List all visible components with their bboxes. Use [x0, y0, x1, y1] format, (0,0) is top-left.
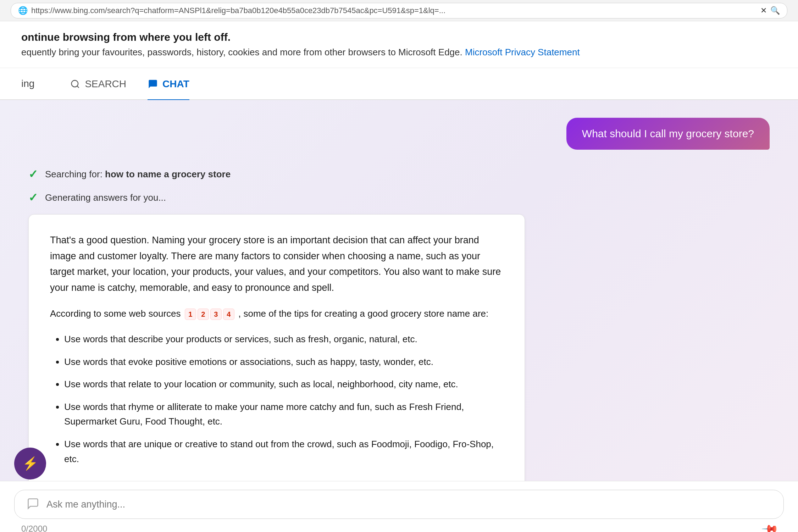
chat-tab-icon: [148, 79, 158, 89]
search-icon[interactable]: 🔍: [770, 6, 780, 15]
source-badges[interactable]: 1 2 3 4: [185, 309, 234, 320]
page-icon: 🌐: [18, 6, 28, 15]
pin-icon[interactable]: 📌: [761, 520, 779, 532]
input-bar-container: 0/2000 📌: [0, 481, 798, 532]
status-generating: ✓ Generating answers for you...: [28, 191, 770, 204]
search-tab-label: SEARCH: [85, 78, 126, 90]
close-icon[interactable]: ✕: [760, 6, 767, 15]
avatar-button[interactable]: ⚡: [14, 448, 46, 480]
message-icon: [27, 497, 39, 511]
list-item: Use words that relate to your location o…: [64, 377, 503, 392]
bing-logo-partial: ing: [21, 78, 34, 89]
list-item: Use words that rhyme or alliterate to ma…: [64, 400, 503, 429]
input-bar: [14, 490, 784, 519]
tab-chat[interactable]: CHAT: [148, 68, 189, 100]
chat-container: What should I call my grocery store? ✓ S…: [0, 100, 798, 532]
browser-bar: 🌐 https://www.bing.com/search?q=chatform…: [0, 0, 798, 21]
list-item: Use words that evoke positive emotions o…: [64, 355, 503, 370]
source-badge-4[interactable]: 4: [223, 309, 234, 320]
check-icon-search: ✓: [28, 167, 38, 181]
notification-banner: ontinue browsing from where you left off…: [0, 21, 798, 68]
check-icon-generate: ✓: [28, 191, 38, 204]
nav-tabs: ing SEARCH CHAT: [0, 68, 798, 100]
chat-messages: What should I call my grocery store? ✓ S…: [0, 100, 798, 532]
source-line: According to some web sources 1 2 3 4 , …: [50, 306, 503, 321]
source-badge-2[interactable]: 2: [198, 309, 209, 320]
chat-input[interactable]: [46, 499, 771, 510]
list-item: Use words that describe your products or…: [64, 332, 503, 347]
char-count-text: 0/2000: [21, 524, 47, 532]
ai-intro-text: That's a good question. Naming your groc…: [50, 232, 503, 295]
chat-tab-label: CHAT: [162, 78, 189, 90]
avatar-icon: ⚡: [22, 456, 38, 471]
status-searching: ✓ Searching for: how to name a grocery s…: [28, 167, 770, 181]
notification-desc: equently bring your favourites, password…: [21, 47, 777, 58]
search-tab-icon: [70, 79, 81, 89]
notification-title: ontinue browsing from where you left off…: [21, 31, 777, 43]
tab-search[interactable]: SEARCH: [70, 68, 126, 100]
url-bar[interactable]: 🌐 https://www.bing.com/search?q=chatform…: [11, 3, 787, 18]
status-text-generate: Generating answers for you...: [45, 192, 166, 203]
user-message: What should I call my grocery store?: [28, 118, 770, 150]
svg-point-0: [72, 80, 78, 87]
list-item: Use words that are unique or creative to…: [64, 437, 503, 466]
svg-line-1: [77, 86, 79, 88]
status-text-search: Searching for: how to name a grocery sto…: [45, 169, 231, 180]
tips-list: Use words that describe your products or…: [50, 332, 503, 466]
privacy-link[interactable]: Microsoft Privacy Statement: [465, 47, 580, 57]
user-bubble: What should I call my grocery store?: [566, 118, 770, 150]
url-text: https://www.bing.com/search?q=chatform=A…: [31, 6, 757, 15]
source-badge-1[interactable]: 1: [185, 309, 196, 320]
char-count-bar: 0/2000 📌: [14, 519, 784, 532]
source-badge-3[interactable]: 3: [210, 309, 222, 320]
